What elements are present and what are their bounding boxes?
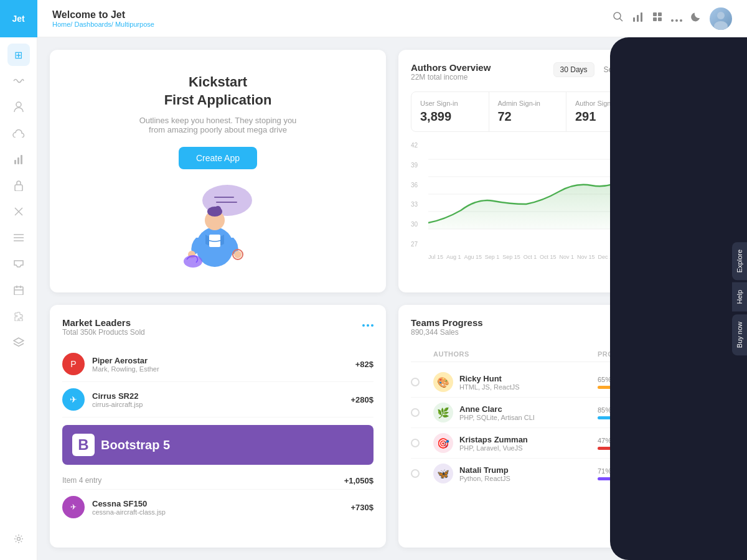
team-avatar-0: 🎨 — [433, 372, 453, 392]
svg-rect-18 — [637, 15, 639, 22]
sidebar-item-close[interactable] — [7, 200, 30, 223]
period-tab-30days[interactable]: 30 Days — [553, 62, 594, 77]
svg-point-14 — [17, 538, 20, 541]
sidebar-item-inbox[interactable] — [7, 253, 30, 275]
svg-point-28 — [714, 21, 728, 30]
topbar-actions — [613, 7, 732, 30]
more-icon[interactable] — [362, 317, 374, 330]
avatar[interactable] — [710, 7, 732, 30]
svg-line-16 — [620, 19, 623, 22]
svg-point-0 — [16, 102, 21, 107]
app-logo[interactable]: Jet — [0, 0, 37, 37]
content-area: Kickstart First Application Outlines kee… — [37, 37, 747, 560]
sidebar-item-calendar[interactable] — [7, 279, 30, 301]
svg-point-24 — [671, 19, 674, 22]
kickstart-card: Kickstart First Application Outlines kee… — [50, 50, 386, 292]
svg-rect-4 — [15, 185, 22, 191]
svg-point-25 — [675, 19, 678, 22]
market-logo-4: ✈ — [62, 496, 85, 518]
svg-rect-10 — [14, 287, 23, 295]
sidebar-item-cloud[interactable] — [7, 122, 30, 144]
svg-rect-23 — [658, 17, 662, 21]
sidebar-item-settings[interactable] — [7, 528, 30, 550]
svg-rect-17 — [633, 17, 635, 22]
avatar-image — [710, 7, 732, 30]
svg-point-36 — [215, 206, 221, 212]
market-logo-0: P — [62, 353, 85, 375]
analytics-icon[interactable] — [632, 12, 644, 25]
svg-rect-22 — [653, 17, 657, 21]
breadcrumb: Home/ Dashboards/ Multipurpose — [52, 21, 605, 28]
create-app-button[interactable]: Create App — [179, 147, 257, 169]
sidebar-item-lock[interactable] — [7, 174, 30, 197]
team-check-0[interactable] — [411, 378, 420, 386]
dark-panel-content — [610, 37, 747, 62]
svg-rect-20 — [653, 12, 657, 16]
dark-panel — [610, 37, 747, 560]
stat-admin-signin: Admin Sign-in 72 — [489, 92, 567, 131]
team-check-3[interactable] — [411, 469, 420, 478]
authors-card-title: Authors Overview 22M total income — [411, 62, 491, 82]
kickstart-description: Outlines keep you honest. They stoping y… — [137, 116, 299, 134]
sidebar-item-layers[interactable] — [7, 331, 30, 353]
svg-rect-19 — [641, 12, 642, 22]
svg-point-26 — [680, 19, 682, 22]
explore-tab[interactable]: Explore — [732, 242, 747, 280]
dots-icon[interactable] — [671, 12, 682, 25]
sidebar: Jet ⊞ — [0, 0, 37, 560]
stat-user-signin: User Sign-in 3,899 — [411, 92, 489, 131]
svg-rect-3 — [21, 155, 22, 164]
sidebar-nav: ⊞ — [7, 37, 30, 528]
market-card-header: Market Leaders Total 350k Products Sold — [62, 317, 374, 337]
main-area: Welcome to Jet Home/ Dashboards/ Multipu… — [37, 0, 747, 560]
svg-rect-21 — [658, 12, 662, 16]
topbar-title-area: Welcome to Jet Home/ Dashboards/ Multipu… — [52, 9, 605, 28]
moon-icon[interactable] — [691, 11, 701, 26]
svg-point-27 — [717, 12, 725, 19]
svg-point-49 — [371, 324, 374, 327]
market-logo-1: ✈ — [62, 388, 85, 411]
chart-y-labels: 42 39 36 33 30 27 — [411, 142, 426, 248]
help-tab[interactable]: Help — [732, 282, 747, 312]
sidebar-item-grid[interactable]: ⊞ — [7, 44, 30, 66]
svg-point-48 — [367, 324, 369, 327]
market-item-3: Item 4 entry +1,050$ — [62, 472, 374, 490]
sidebar-item-user[interactable] — [7, 96, 30, 118]
team-avatar-3: 🦋 — [433, 464, 453, 483]
topbar: Welcome to Jet Home/ Dashboards/ Multipu… — [37, 0, 747, 37]
kickstart-title: Kickstart First Application — [164, 73, 272, 109]
svg-point-41 — [184, 255, 202, 268]
market-item-4: ✈ Cessna SF150 cessna-aircraft-class.jsp… — [62, 490, 374, 525]
team-check-2[interactable] — [411, 439, 420, 447]
svg-point-39 — [234, 251, 242, 258]
svg-point-15 — [614, 12, 621, 19]
market-item-0: P Piper Aerostar Mark, Rowling, Esther +… — [62, 347, 374, 382]
page-title: Welcome to Jet — [52, 9, 605, 21]
sidebar-settings — [7, 528, 30, 560]
market-item-1: ✈ Cirrus SR22 cirrus-aircraft.jsp +280$ — [62, 382, 374, 418]
market-leaders-card: Market Leaders Total 350k Products Sold … — [50, 305, 386, 548]
team-check-1[interactable] — [411, 408, 420, 417]
grid2-icon[interactable] — [652, 12, 662, 25]
team-avatar-2: 🎯 — [433, 433, 453, 453]
search-icon[interactable] — [613, 11, 624, 26]
sidebar-item-puzzle[interactable] — [7, 305, 30, 327]
svg-rect-1 — [14, 160, 16, 164]
svg-point-47 — [362, 324, 365, 327]
sidebar-item-menu[interactable] — [7, 226, 30, 249]
sidebar-item-wave[interactable] — [7, 70, 30, 92]
buy-now-tab[interactable]: Buy now — [732, 314, 747, 355]
illustration — [168, 182, 268, 269]
team-avatar-1: 🌿 — [433, 403, 453, 422]
svg-rect-2 — [17, 157, 19, 164]
side-tabs: Explore Help Buy now — [732, 242, 747, 355]
bootstrap-badge: B Bootstrap 5 — [62, 425, 374, 465]
sidebar-item-chart[interactable] — [7, 148, 30, 170]
